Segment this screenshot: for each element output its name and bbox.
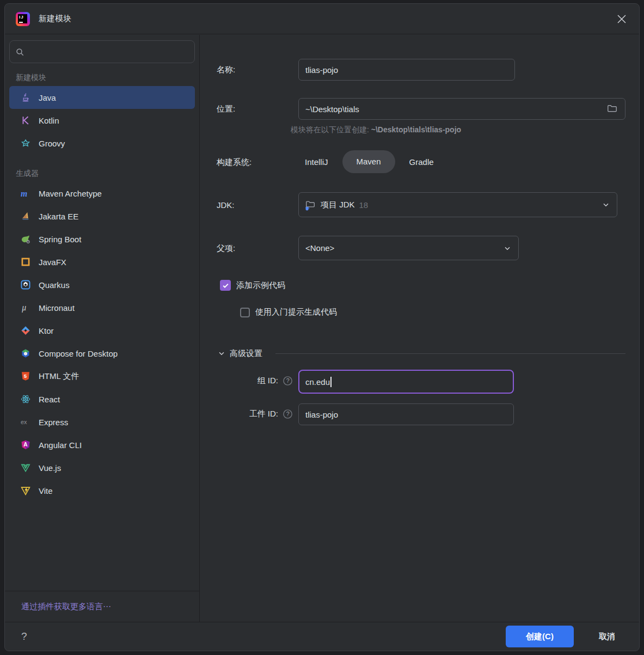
svg-text:?: ? — [286, 377, 290, 384]
sidebar-item-micronaut[interactable]: μ Micronaut — [9, 296, 195, 319]
jdk-value: 项目 JDK — [321, 200, 355, 210]
sidebar-item-label: Quarkus — [39, 280, 70, 290]
sidebar-item-vuejs[interactable]: Vue.js — [9, 456, 195, 479]
parent-select[interactable]: <None> — [298, 236, 519, 260]
module-location-input[interactable] — [298, 98, 625, 120]
jdk-select[interactable]: 项目 JDK 18 — [298, 192, 617, 217]
sidebar: 新建模块 Java Kotlin Gr — [5, 35, 200, 622]
checkbox-label: 添加示例代码 — [236, 280, 285, 291]
sidebar-item-label: Vue.js — [39, 463, 61, 473]
vuejs-icon — [20, 462, 31, 473]
sidebar-item-label: HTML 文件 — [39, 371, 79, 382]
sidebar-item-label: Vite — [39, 486, 53, 495]
sidebar-item-groovy[interactable]: Groovy — [9, 132, 195, 155]
help-circle-icon[interactable]: ? — [283, 376, 293, 386]
sidebar-item-kotlin[interactable]: Kotlin — [9, 109, 195, 132]
parent-value: <None> — [305, 243, 334, 253]
parent-label: 父项: — [217, 243, 235, 254]
sidebar-item-compose-for-desktop[interactable]: Compose for Desktop — [9, 342, 195, 365]
javafx-icon — [20, 256, 31, 267]
kotlin-icon — [20, 115, 31, 126]
sidebar-item-express[interactable]: ex Express — [9, 411, 195, 433]
location-hint: 模块将在以下位置创建: ~\Desktop\tials\tlias-pojo — [291, 125, 461, 135]
build-option-maven-selected[interactable]: Maven — [342, 150, 395, 173]
title-bar: IJ 新建模块 — [5, 4, 639, 34]
sidebar-item-label: Groovy — [39, 139, 65, 148]
build-system-label: 构建系统: — [217, 157, 252, 168]
groovy-icon — [20, 138, 31, 149]
group-id-label-row: 组 ID: ? — [217, 376, 293, 386]
search-box[interactable] — [9, 40, 195, 63]
checkbox-checked-icon — [220, 280, 231, 291]
module-name-input[interactable] — [298, 59, 515, 81]
plugins-panel: 通过插件获取更多语言⋯ — [5, 591, 199, 622]
close-icon[interactable] — [616, 14, 627, 25]
sidebar-item-label: Angular CLI — [39, 440, 82, 450]
build-option-gradle[interactable]: Gradle — [403, 157, 440, 167]
location-label: 位置: — [217, 104, 235, 114]
help-circle-icon[interactable]: ? — [283, 409, 293, 419]
sidebar-item-quarkus[interactable]: Quarkus — [9, 273, 195, 296]
sidebar-item-react[interactable]: React — [9, 388, 195, 411]
sidebar-item-label: Kotlin — [39, 116, 59, 125]
group-id-label: 组 ID: — [257, 376, 278, 386]
section-divider — [275, 353, 625, 354]
name-label: 名称: — [217, 65, 235, 75]
sidebar-item-vite[interactable]: Vite — [9, 479, 195, 502]
artifact-id-label: 工件 ID: — [249, 409, 278, 419]
sidebar-item-label: Express — [39, 418, 68, 427]
onboarding-tips-checkbox[interactable]: 使用入门提示生成代码 — [240, 307, 337, 317]
sidebar-item-label: Java — [39, 93, 56, 102]
express-icon: ex — [20, 417, 31, 427]
artifact-id-input[interactable] — [298, 403, 514, 425]
chevron-down-icon — [602, 200, 610, 209]
get-more-languages-link[interactable]: 通过插件获取更多语言⋯ — [21, 602, 111, 612]
chevron-down-icon — [218, 350, 225, 357]
maven-archetype-icon: m — [20, 188, 31, 199]
section-generators: 生成器 — [16, 169, 199, 179]
html5-icon: 5 — [20, 371, 31, 382]
sidebar-item-javafx[interactable]: JavaFX — [9, 250, 195, 273]
help-button[interactable]: ? — [21, 630, 27, 642]
sidebar-item-spring-boot[interactable]: Spring Boot — [9, 228, 195, 250]
svg-text:5: 5 — [24, 373, 27, 379]
group-id-value: cn.edu — [305, 377, 330, 387]
text-caret — [330, 377, 332, 387]
svg-text:?: ? — [286, 411, 290, 417]
svg-text:m: m — [21, 189, 27, 198]
artifact-id-label-row: 工件 ID: ? — [217, 409, 293, 419]
sidebar-item-angular-cli[interactable]: A Angular CLI — [9, 433, 195, 456]
svg-text:A: A — [23, 442, 28, 448]
jdk-version: 18 — [359, 200, 369, 210]
jdk-folder-icon — [305, 200, 315, 210]
sidebar-item-label: Jakarta EE — [39, 212, 78, 221]
search-input[interactable] — [29, 47, 189, 57]
build-system-options: IntelliJ Maven Gradle — [298, 150, 440, 173]
sidebar-item-label: Micronaut — [39, 303, 75, 313]
sidebar-item-maven-archetype[interactable]: m Maven Archetype — [9, 182, 195, 205]
jdk-label: JDK: — [217, 200, 235, 210]
group-id-input-focused[interactable]: cn.edu — [298, 370, 514, 394]
section-new-module: 新建模块 — [16, 73, 199, 83]
sidebar-item-label: Ktor — [39, 326, 54, 335]
build-option-intellij[interactable]: IntelliJ — [298, 157, 335, 167]
checkbox-label: 使用入门提示生成代码 — [255, 307, 337, 317]
dialog-footer: ? 创建(C) 取消 — [5, 622, 639, 651]
cancel-button[interactable]: 取消 — [599, 632, 615, 642]
create-button[interactable]: 创建(C) — [506, 626, 574, 647]
sidebar-item-jakarta-ee[interactable]: Jakarta EE — [9, 205, 195, 228]
advanced-settings-header[interactable]: 高级设置 — [218, 347, 625, 359]
micronaut-icon: μ — [20, 302, 31, 313]
sidebar-item-html-file[interactable]: 5 HTML 文件 — [9, 365, 195, 388]
sidebar-item-label: React — [39, 395, 60, 404]
folder-icon[interactable] — [607, 103, 617, 114]
intellij-idea-logo-icon: IJ — [16, 12, 30, 26]
search-icon — [15, 47, 24, 57]
compose-desktop-icon — [20, 348, 31, 359]
add-sample-code-checkbox[interactable]: 添加示例代码 — [220, 280, 285, 291]
sidebar-item-ktor[interactable]: Ktor — [9, 319, 195, 342]
new-module-dialog: IJ 新建模块 新建模块 Java — [4, 3, 640, 651]
svg-text:ex: ex — [21, 419, 27, 425]
sidebar-item-label: Compose for Desktop — [39, 349, 118, 358]
sidebar-item-java[interactable]: Java — [9, 86, 195, 109]
